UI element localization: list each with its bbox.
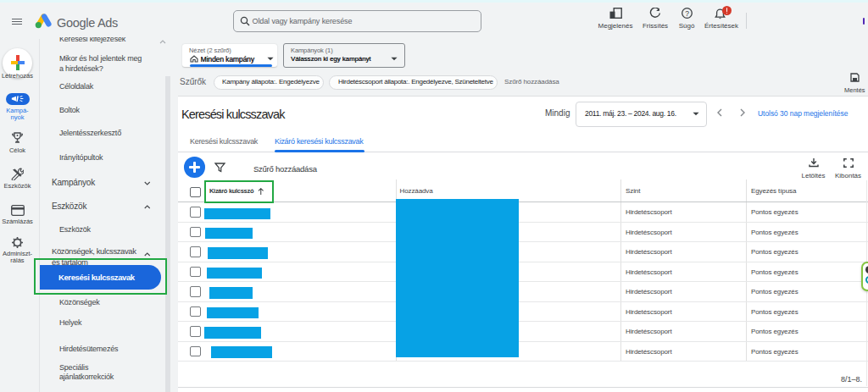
svg-text:?: ? bbox=[685, 8, 689, 17]
